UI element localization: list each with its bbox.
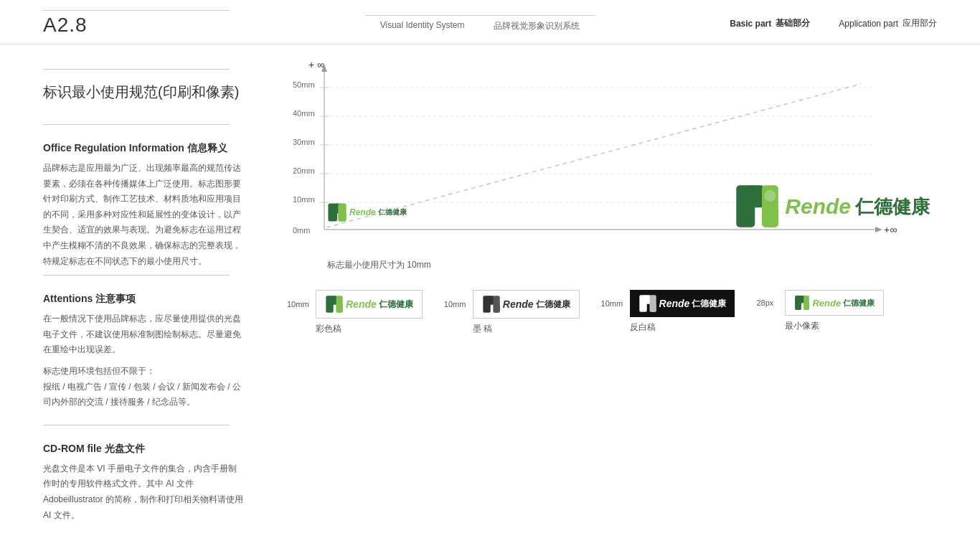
svg-rect-43: [649, 303, 656, 312]
svg-rect-37: [488, 296, 494, 304]
sample-ink-inner: 10mm Rende 仁德健康: [444, 290, 580, 319]
sample-ink-box: Rende 仁德健康: [473, 290, 580, 319]
attentions-text2: 标志使用环境包括但不限于：: [43, 364, 244, 380]
sample-reversed: 10mm Rende 仁德健康 反白稿: [601, 290, 735, 334]
office-text: 品牌标志是应用最为广泛、出现频率最高的规范传达要素，必须在各种传播媒体上广泛使用…: [43, 161, 244, 269]
sample-pixel-size: 28px: [756, 298, 782, 307]
page-title: 标识最小使用规范(印刷和像素): [43, 81, 244, 103]
header-left: A2.8: [43, 10, 230, 37]
svg-point-31: [765, 190, 776, 202]
logo-small-graph: Rende 仁德健康: [327, 202, 407, 222]
left-panel: 标识最小使用规范(印刷和像素) Office Regulation Inform…: [0, 44, 273, 550]
svg-marker-3: [321, 65, 327, 72]
cdrom-divider: [43, 425, 230, 425]
attentions-divider: [43, 275, 230, 276]
graph-caption: 标志最小使用尺寸为 10mm: [327, 259, 431, 271]
svg-rect-47: [804, 303, 810, 310]
sample-pixel-label: 最小像素: [785, 320, 884, 332]
sample-pixel-inner: 28px Rende 仁德健康: [756, 290, 884, 316]
header-vis-en: Visual Identity System: [380, 20, 465, 32]
sample-reversed-inner: 10mm Rende 仁德健康: [601, 290, 735, 317]
office-heading: Office Regulation Information 信息释义: [43, 142, 244, 155]
graph-svg: 0mm 10mm 20mm 30mm 40mm 50mm: [287, 59, 904, 260]
header-center: Visual Identity System 品牌视觉形象识别系统: [365, 15, 595, 32]
svg-rect-30: [762, 207, 778, 227]
logo-large-graph: Rende 仁德健康: [734, 183, 930, 230]
svg-text:10mm: 10mm: [293, 195, 315, 204]
header-vis-zh: 品牌视觉形象识别系统: [494, 20, 580, 32]
page-number: A2.8: [43, 14, 230, 37]
logo-icon-small: [327, 202, 347, 222]
sample-logos-row: 10mm Rende 仁德健康 彩色稿: [287, 290, 951, 335]
office-divider: [43, 124, 230, 125]
cdrom-heading: CD-ROM file 光盘文件: [43, 443, 244, 456]
sample-color-box: Rende 仁德健康: [316, 290, 423, 319]
sample-ink-size: 10mm: [444, 300, 470, 309]
header-app-part: Application part 应用部分: [839, 17, 937, 29]
sample-reversed-label: 反白稿: [630, 321, 735, 334]
sample-pixel: 28px Rende 仁德健康 最小像素: [756, 290, 884, 332]
header-basic-part: Basic part 基础部分: [730, 17, 810, 29]
logo-icon-large: [734, 183, 781, 230]
header-center-labels: Visual Identity System 品牌视觉形象识别系统: [380, 20, 580, 32]
sample-pixel-box: Rende 仁德健康: [785, 290, 884, 316]
cdrom-text: 光盘文件是本 VI 手册电子文件的集合，内含手册制作时的专用软件格式文件。其中 …: [43, 461, 244, 523]
svg-rect-33: [331, 296, 337, 304]
sample-ink-label: 墨 稿: [473, 323, 580, 335]
svg-rect-41: [644, 295, 650, 303]
svg-rect-25: [338, 212, 346, 222]
svg-text:30mm: 30mm: [293, 138, 315, 146]
sample-ink: 10mm Rende 仁德健康 墨 稿: [444, 290, 580, 335]
svg-rect-45: [799, 296, 805, 303]
svg-point-26: [340, 205, 345, 210]
attentions-text3: 报纸 / 电视广告 / 宣传 / 包装 / 会议 / 新闻发布会 / 公司内外部…: [43, 380, 244, 410]
attentions-text1: 在一般情况下使用品牌标志，应尽量使用提供的光盘电子文件，不建议使用标准制图绘制标…: [43, 311, 244, 358]
logo-text-small-en: Rende: [349, 207, 376, 217]
header: A2.8 Visual Identity System 品牌视觉形象识别系统 B…: [0, 0, 980, 44]
sample-reversed-box: Rende 仁德健康: [630, 290, 735, 317]
header-center-line: [365, 15, 595, 16]
header-top-divider: [43, 10, 230, 11]
main-content: 标识最小使用规范(印刷和像素) Office Regulation Inform…: [0, 44, 980, 550]
logo-text-large-zh: 仁德健康: [855, 197, 930, 216]
sample-reversed-size: 10mm: [601, 299, 627, 308]
svg-text:0mm: 0mm: [293, 226, 310, 235]
logo-text-large-en: Rende: [785, 196, 851, 217]
svg-rect-39: [493, 304, 499, 313]
svg-text:40mm: 40mm: [293, 109, 315, 118]
svg-rect-35: [336, 304, 343, 313]
sample-color-label: 彩色稿: [316, 323, 423, 335]
title-divider: [43, 69, 230, 70]
svg-text:50mm: 50mm: [293, 80, 315, 89]
sample-color-size: 10mm: [287, 300, 313, 309]
right-panel: + ∞ 0mm 10mm 20mm 30mm 40mm 50mm: [273, 44, 980, 550]
sample-color: 10mm Rende 仁德健康 彩色稿: [287, 290, 423, 335]
header-right: Basic part 基础部分 Application part 应用部分: [730, 17, 937, 29]
graph-area: + ∞ 0mm 10mm 20mm 30mm 40mm 50mm: [287, 59, 951, 260]
sample-color-inner: 10mm Rende 仁德健康: [287, 290, 423, 319]
logo-text-small-zh: 仁德健康: [378, 207, 407, 217]
svg-text:20mm: 20mm: [293, 166, 315, 175]
svg-rect-28: [748, 185, 765, 207]
attentions-heading: Attentions 注意事项: [43, 293, 244, 306]
